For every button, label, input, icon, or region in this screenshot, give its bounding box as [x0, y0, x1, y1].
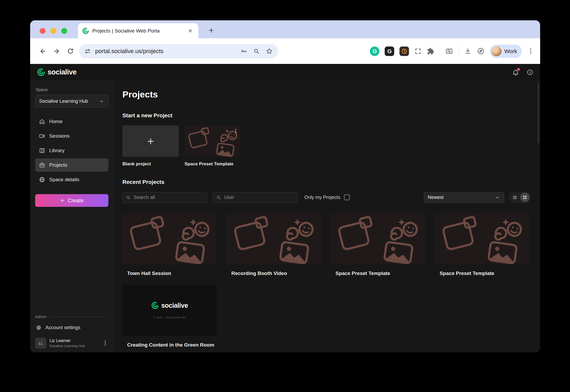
space-label: Space: [35, 87, 108, 92]
chevron-down-icon: [99, 99, 104, 104]
project-title: Space Preset Template: [331, 270, 425, 276]
zoom-page-icon[interactable]: [253, 48, 260, 55]
sort-select[interactable]: Newest: [424, 192, 504, 203]
socialive-logo: socialive: [37, 68, 77, 76]
template-thumbnail[interactable]: [185, 125, 241, 157]
search-all-input[interactable]: [122, 192, 207, 203]
main-content: Projects Start a new Project Blank proje…: [114, 81, 540, 352]
account-settings-item[interactable]: Account settings: [35, 325, 108, 331]
sidebar-item-label: Library: [49, 148, 65, 153]
screen-capture-icon[interactable]: [414, 48, 422, 55]
project-card[interactable]: Space Preset Template: [435, 213, 529, 276]
project-thumbnail[interactable]: [331, 213, 425, 264]
project-card[interactable]: Town Hall Session: [122, 213, 217, 276]
project-card[interactable]: Space Preset Template: [331, 213, 425, 276]
grid-view-button[interactable]: [520, 193, 530, 202]
project-art: [331, 213, 425, 264]
sidebar-item-home[interactable]: Home: [35, 115, 108, 128]
sidebar-item-library[interactable]: Library: [35, 144, 108, 157]
help-info-button[interactable]: [527, 69, 533, 76]
logo-text: socialive: [48, 68, 77, 76]
downloads-icon[interactable]: [464, 47, 472, 55]
extensions-puzzle-icon[interactable]: [427, 48, 434, 55]
project-title: Space Preset Template: [435, 270, 529, 276]
sidebar-item-space-details[interactable]: Space details: [35, 173, 108, 186]
user-menu-kebab-icon[interactable]: [102, 340, 108, 346]
project-title: Town Hall Session: [122, 270, 217, 276]
sidebar: Space Socialive Learning Hub Home Sessio…: [30, 81, 114, 352]
user-space: Socialive Learning Hub: [49, 344, 85, 348]
user-filter-input[interactable]: [213, 192, 297, 203]
admin-divider: [50, 316, 108, 317]
grammarly-extension-icon[interactable]: G: [370, 46, 379, 56]
notifications-button[interactable]: [512, 69, 519, 76]
project-card[interactable]: Recording Booth Video: [227, 213, 321, 276]
template-project-card[interactable]: Space Preset Template: [185, 125, 241, 167]
browser-menu-kebab-icon[interactable]: [527, 48, 534, 55]
toolbar-divider: [440, 46, 440, 56]
sidebar-item-label: Sessions: [49, 133, 70, 139]
address-bar[interactable]: portal.socialive.us/projects: [79, 44, 278, 58]
only-my-projects-checkbox[interactable]: [344, 194, 350, 200]
bookmark-star-icon[interactable]: [266, 48, 273, 55]
view-toggle: [509, 192, 531, 203]
zoom-window-button[interactable]: [61, 28, 67, 34]
plus-icon: [146, 137, 155, 146]
search-icon: [216, 195, 221, 200]
g-extension-icon[interactable]: G: [385, 46, 394, 56]
card-menu-kebab-icon[interactable]: [232, 127, 240, 135]
url-text[interactable]: portal.socialive.us/projects: [95, 48, 236, 55]
forward-icon: [53, 48, 60, 55]
sidebar-nav: Home Sessions Library Projects: [35, 115, 108, 186]
project-card[interactable]: socialive © 2024 · SOCIALIVE INC Creatin…: [122, 285, 217, 348]
search-tabs-icon[interactable]: [445, 47, 453, 55]
timer-extension-icon[interactable]: [399, 46, 409, 56]
browser-window: Projects | Socialive Web Porta ✕ portal.…: [30, 20, 540, 352]
back-icon: [39, 48, 47, 55]
project-thumbnail[interactable]: [227, 213, 321, 264]
user-filter-field[interactable]: [213, 192, 297, 203]
projects-grid: Town Hall Session Recording Booth Video …: [122, 213, 531, 348]
close-window-button[interactable]: [40, 28, 45, 34]
user-row[interactable]: LL Liz Learner Socialive Learning Hub: [35, 338, 108, 349]
project-thumbnail[interactable]: [435, 213, 529, 264]
only-my-projects-label: Only my Projects: [304, 195, 340, 200]
space-selector[interactable]: Socialive Learning Hub: [35, 95, 108, 108]
project-thumbnail[interactable]: socialive © 2024 · SOCIALIVE INC: [122, 285, 217, 336]
forward-button[interactable]: [50, 44, 63, 58]
project-thumbnail[interactable]: [122, 213, 217, 264]
admin-section-label: Admin: [35, 314, 47, 319]
sidebar-item-projects[interactable]: Projects: [35, 158, 108, 172]
video-camera-icon: [39, 133, 45, 139]
site-settings-icon[interactable]: [84, 48, 91, 55]
back-button[interactable]: [36, 44, 50, 58]
create-button[interactable]: Create: [35, 194, 108, 207]
socialive-mark-icon: [37, 68, 45, 76]
page-scrollbar[interactable]: [537, 82, 539, 143]
project-art: [227, 213, 321, 264]
account-settings-label: Account settings: [45, 325, 80, 330]
search-all-field[interactable]: [122, 192, 207, 203]
user-name: Liz Learner: [49, 338, 85, 343]
list-view-button[interactable]: [510, 193, 520, 202]
socialive-logo: socialive: [151, 302, 188, 309]
blank-project-card[interactable]: Blank project: [122, 125, 179, 167]
password-key-icon[interactable]: [240, 48, 247, 55]
new-tab-button[interactable]: [205, 25, 217, 36]
reload-button[interactable]: [63, 44, 77, 58]
battery-saver-leaf-icon[interactable]: [477, 47, 485, 55]
extensions-cluster: G G Work: [370, 45, 534, 58]
logo-text: socialive: [161, 302, 188, 309]
sidebar-item-sessions[interactable]: Sessions: [35, 129, 108, 143]
page-title: Projects: [122, 89, 531, 100]
close-tab-icon[interactable]: ✕: [187, 27, 194, 35]
blank-project-thumbnail[interactable]: [122, 125, 179, 157]
browser-tab[interactable]: Projects | Socialive Web Porta ✕: [78, 23, 198, 38]
library-icon: [39, 147, 45, 154]
tab-strip: Projects | Socialive Web Porta ✕: [30, 20, 540, 38]
browser-profile-button[interactable]: Work: [490, 45, 522, 58]
project-art: [122, 213, 217, 264]
minimize-window-button[interactable]: [50, 28, 56, 34]
projects-briefcase-icon: [39, 162, 45, 168]
start-section-heading: Start a new Project: [122, 112, 531, 119]
